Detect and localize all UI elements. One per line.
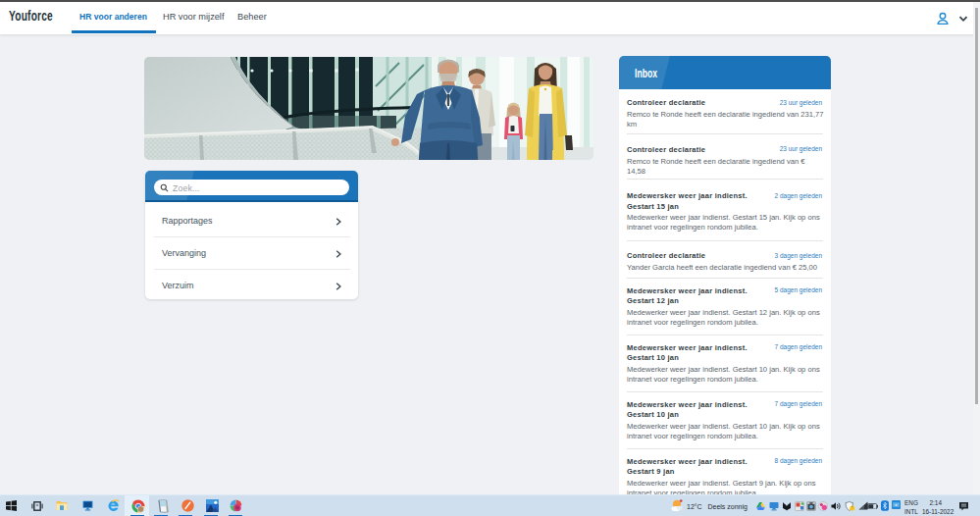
svg-text:z: z	[896, 503, 898, 507]
svg-text:!: !	[851, 506, 852, 510]
